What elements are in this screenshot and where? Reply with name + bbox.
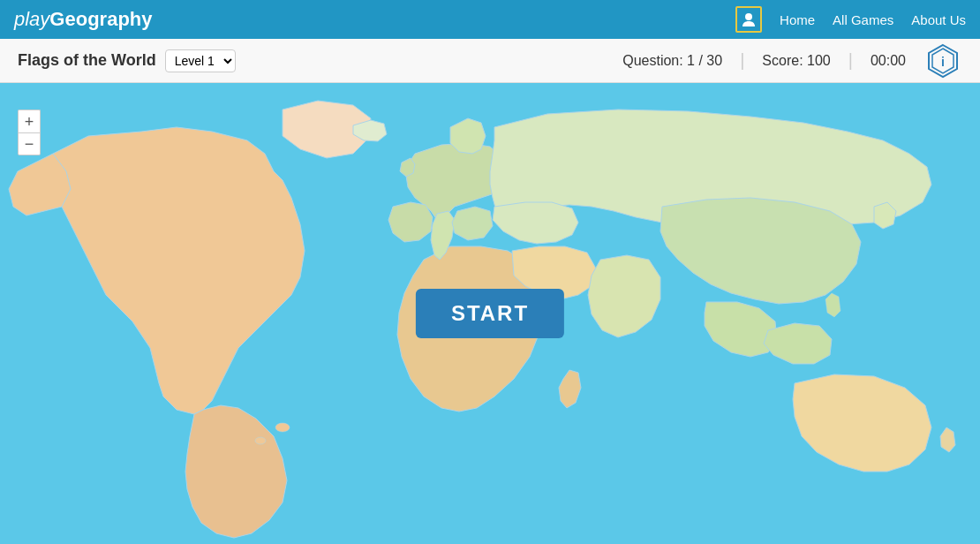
nav-all-games[interactable]: All Games	[833, 12, 893, 27]
toolbar-right: Question: 1 / 30 | Score: 100 | 00:00 i	[622, 42, 962, 80]
zoom-out-button[interactable]: −	[18, 132, 41, 155]
logo-play: play	[14, 8, 49, 30]
nav-home[interactable]: Home	[780, 12, 815, 27]
incognito-icon: i	[923, 42, 962, 80]
timer-stat: 00:00	[871, 53, 906, 69]
map-container: + − START	[0, 83, 980, 544]
toolbar: Flags of the World Level 1 Level 2 Level…	[0, 39, 980, 83]
nav-about-us[interactable]: About Us	[911, 12, 966, 27]
svg-text:i: i	[941, 55, 945, 69]
score-stat: Score: 100	[762, 53, 830, 69]
user-icon[interactable]	[735, 6, 762, 33]
level-select[interactable]: Level 1 Level 2 Level 3	[165, 49, 236, 72]
zoom-in-button[interactable]: +	[18, 110, 41, 132]
logo: playGeography	[14, 8, 153, 31]
nav-items: Home All Games About Us	[735, 6, 966, 33]
zoom-controls: + −	[18, 110, 41, 155]
toolbar-left: Flags of the World Level 1 Level 2 Level…	[18, 49, 236, 72]
start-button[interactable]: START	[416, 289, 564, 338]
question-stat: Question: 1 / 30	[622, 53, 722, 69]
svg-point-0	[745, 13, 752, 20]
header: playGeography Home All Games About Us	[0, 0, 980, 39]
logo-geo: Geography	[49, 8, 152, 30]
svg-point-5	[275, 423, 290, 432]
svg-point-6	[255, 437, 266, 444]
game-title: Flags of the World	[18, 51, 156, 70]
